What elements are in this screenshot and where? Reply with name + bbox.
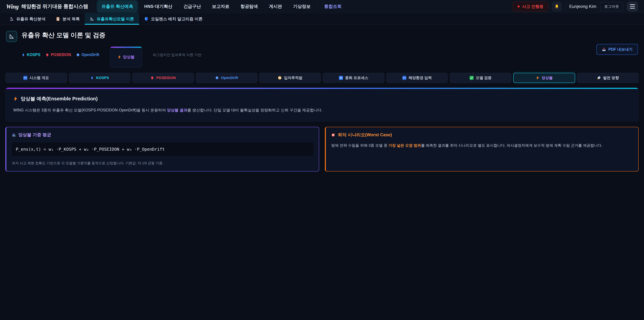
tab-label: 유출유 확산분석: [16, 16, 46, 22]
ensemble-section: 앙상블 예측(Ensemble Prediction) WING 시스템은 3종…: [5, 88, 639, 122]
shield-icon: [144, 17, 148, 21]
app-logo: Wing 해양환경 위기대응 통합시스템: [6, 3, 88, 10]
wave-icon: [23, 76, 27, 80]
tab-model-theory[interactable]: 유출유확산모델 이론: [85, 13, 139, 25]
nav-item-hns-diffusion[interactable]: HNS·대기확산: [140, 1, 177, 13]
bolt-icon: [118, 55, 121, 59]
page-title: 유출유 확산 모델 이론 및 검증: [22, 31, 202, 40]
chip-weathering-process[interactable]: 풍화 프로세스: [323, 73, 384, 83]
weighted-average-caption: 과거 사고 재현 정확도 기반으로 각 모델별 가중치를 동적으로 산정합니다.…: [12, 161, 314, 165]
main-nav: 유출유 확산예측 HNS·대기확산 긴급구난 보고자료 항공탐색 게시판 기상정…: [97, 1, 346, 13]
export-tray-icon: [602, 47, 606, 52]
ensemble-highlight: 앙상블 결과: [167, 108, 187, 112]
divider: [565, 3, 566, 10]
page-header-text: 유출유 확산 모델 이론 및 검증 KOSPS POSEIDON OpenDri…: [22, 31, 202, 68]
page-subtitle: 라그랑지안 입자추적 이론 기반: [153, 53, 202, 57]
nav-item-weather-info[interactable]: 기상정보: [289, 1, 315, 13]
nav-item-board[interactable]: 게시판: [265, 1, 286, 13]
chip-future-direction[interactable]: 발전 방향: [577, 73, 639, 83]
chip-system-overview[interactable]: 시스템 개요: [5, 73, 67, 83]
repeat-icon: [339, 76, 343, 80]
check-icon: [470, 76, 474, 80]
tab-oil-fence-algorithm[interactable]: 오일펜스 배치 알고리즘 이론: [139, 13, 208, 25]
red-ellipse-icon: [46, 53, 49, 57]
compass-icon: [278, 76, 282, 80]
topnav-right-cluster: 사고 진행중 Eunjeong Kim 로그아웃: [513, 2, 638, 12]
tab-label: 유출유확산모델 이론: [96, 16, 134, 22]
notification-bell-button[interactable]: [552, 2, 562, 12]
worst-case-card: 최악 시나리오(Worst Case) 방제 전략 수립을 위해 3종 모델 중…: [325, 127, 639, 171]
nav-item-oil-spill-prediction[interactable]: 유출유 확산예측: [97, 1, 138, 13]
incident-dot-icon: [518, 5, 520, 8]
badge-opendrift: OpenDrift: [76, 53, 99, 57]
bar-chart-icon: [12, 133, 16, 137]
chip-model-validation[interactable]: 모델 검증: [450, 73, 511, 83]
top-navigation: Wing 해양환경 위기대응 통합시스템 유출유 확산예측 HNS·대기확산 긴…: [0, 0, 644, 13]
worst-case-title: 최악 시나리오(Worst Case): [331, 132, 633, 138]
blue-circle-icon: [215, 76, 219, 80]
rocket-icon: [597, 76, 601, 80]
nav-item-air-search[interactable]: 항공탐색: [236, 1, 262, 13]
user-name: Eunjeong Kim: [569, 4, 596, 9]
clipboard-icon: [56, 17, 60, 21]
wave-icon: [402, 76, 406, 80]
badge-poseidon: POSEIDON: [46, 53, 71, 57]
bolt-icon: [536, 76, 540, 80]
app-title: 해양환경 위기대응 통합시스템: [21, 3, 88, 10]
badge-ensemble: 앙상블: [110, 47, 142, 68]
badge-kosps: KOSPS: [22, 53, 40, 57]
bolt-icon: [13, 97, 18, 101]
pdf-export-label: PDF 내보내기: [608, 47, 632, 52]
chip-particle-tracking[interactable]: 입자추적법: [259, 73, 321, 83]
bell-icon: [554, 4, 560, 9]
logo-mark: Wing: [6, 3, 18, 10]
weighted-average-title: 앙상블 가중 평균: [12, 132, 314, 138]
diamond-icon: [22, 53, 25, 57]
page-header-iconbox: [6, 31, 17, 42]
nav-item-emergency-rescue[interactable]: 긴급구난: [179, 1, 205, 13]
tab-label: 분석 목록: [62, 16, 80, 22]
pdf-export-button[interactable]: PDF 내보내기: [596, 44, 638, 55]
triangle-ruler-icon: [8, 33, 14, 40]
nav-item-integrated-search[interactable]: 통합조회: [320, 1, 346, 13]
hamburger-icon: [630, 4, 635, 5]
chip-poseidon[interactable]: POSEIDON: [132, 73, 194, 83]
model-badge-row: KOSPS POSEIDON OpenDrift 앙상블 라그랑지안 입자추적 …: [22, 42, 202, 68]
chip-ensemble[interactable]: 앙상블: [513, 73, 575, 83]
target-icon: [331, 133, 336, 137]
logout-button[interactable]: 로그아웃: [600, 2, 623, 11]
section-nav: 시스템 개요 KOSPS POSEIDON OpenDrift 입자추적법 풍화…: [5, 73, 639, 83]
tab-analysis-list[interactable]: 분석 목록: [51, 13, 85, 25]
weighted-average-card: 앙상블 가중 평균 P_ens(x,t) = w₁ ·P_KOSPS + w₂ …: [5, 127, 319, 171]
incident-badge-label: 사고 진행중: [522, 4, 544, 9]
chip-kosps[interactable]: KOSPS: [69, 73, 130, 83]
ensemble-formula: P_ens(x,t) = w₁ ·P_KOSPS + w₂ ·P_POSEIDO…: [12, 142, 314, 156]
blue-circle-icon: [76, 53, 80, 57]
microscope-icon: [10, 17, 14, 21]
sub-tab-bar: 유출유 확산분석 분석 목록 유출유확산모델 이론 오일펜스 배치 알고리즘 이…: [0, 13, 644, 25]
triangle-ruler-icon: [90, 17, 94, 21]
tab-label: 오일펜스 배치 알고리즘 이론: [151, 16, 202, 22]
tab-spill-analysis[interactable]: 유출유 확산분석: [4, 13, 51, 25]
chip-ocean-env-input[interactable]: 해양환경 입력: [386, 73, 448, 83]
divider: [92, 3, 93, 10]
ensemble-cards: 앙상블 가중 평균 P_ens(x,t) = w₁ ·P_KOSPS + w₂ …: [5, 127, 639, 171]
hamburger-menu-button[interactable]: [627, 2, 638, 12]
worst-case-highlight: 가장 넓은 오염 범위: [388, 143, 421, 148]
worst-case-description: 방제 전략 수립을 위해 3종 모델 중 가장 넓은 오염 범위를 예측한 결과…: [331, 142, 633, 148]
divider: [317, 3, 318, 10]
page-header: 유출유 확산 모델 이론 및 검증 KOSPS POSEIDON OpenDri…: [0, 25, 644, 72]
red-ellipse-icon: [150, 76, 154, 80]
chip-opendrift[interactable]: OpenDrift: [196, 73, 258, 83]
nav-item-reports[interactable]: 보고자료: [208, 1, 234, 13]
ensemble-description: WING 시스템은 3종의 유출유 확산 모델(KOSPS·POSEIDON·O…: [13, 107, 631, 113]
diamond-icon: [90, 76, 94, 80]
incident-status-badge[interactable]: 사고 진행중: [513, 2, 548, 12]
ensemble-heading: 앙상블 예측(Ensemble Prediction): [13, 96, 631, 102]
